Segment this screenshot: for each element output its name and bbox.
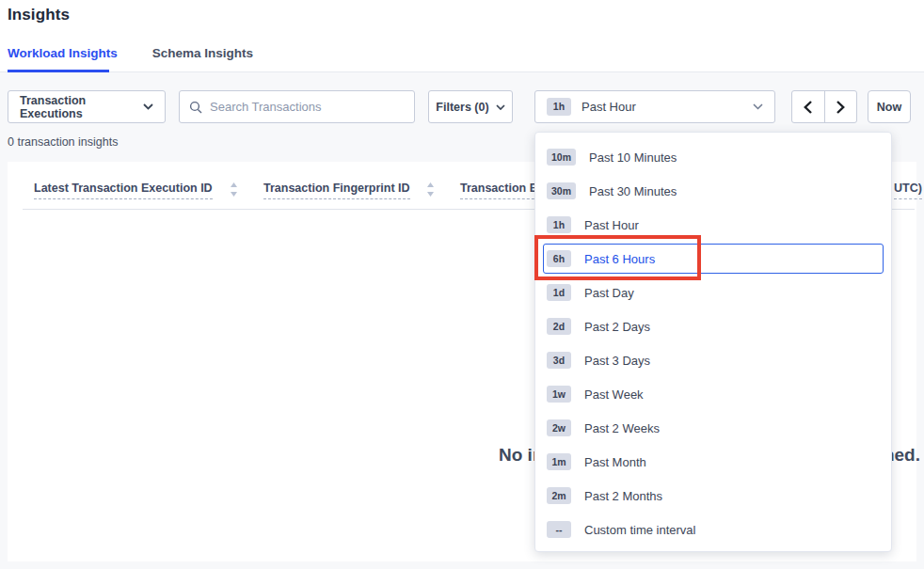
next-interval-button[interactable] bbox=[824, 91, 856, 122]
interval-badge: 30m bbox=[547, 182, 576, 200]
tab-schema-insights[interactable]: Schema Insights bbox=[152, 46, 253, 60]
interval-label: Past Month bbox=[584, 455, 646, 469]
column-header-latest-transaction-execution-id[interactable]: Latest Transaction Execution ID bbox=[34, 182, 213, 199]
interval-badge: 10m bbox=[547, 149, 576, 166]
insights-page: Insights Workload Insights Schema Insigh… bbox=[0, 0, 924, 569]
search-icon bbox=[189, 101, 202, 114]
interval-badge: 2d bbox=[547, 318, 571, 336]
time-interval-label: Past Hour bbox=[581, 100, 636, 114]
time-interval-option[interactable]: 10m Past 10 Minutes bbox=[543, 140, 884, 174]
interval-label: Past Hour bbox=[584, 218, 639, 232]
time-interval-option[interactable]: 1m Past Month bbox=[543, 445, 884, 479]
interval-label: Past 6 Hours bbox=[584, 252, 655, 266]
interval-label: Past 30 Minutes bbox=[589, 184, 677, 198]
interval-label: Past 2 Months bbox=[584, 489, 662, 503]
page-title: Insights bbox=[8, 6, 70, 24]
time-step-group bbox=[791, 90, 857, 123]
time-interval-option[interactable]: 2m Past 2 Months bbox=[543, 479, 884, 513]
interval-badge: 1m bbox=[547, 453, 571, 471]
time-interval-dropdown: 10m Past 10 Minutes 30m Past 30 Minutes … bbox=[534, 132, 892, 552]
previous-interval-button[interactable] bbox=[792, 91, 824, 122]
interval-label: Past 2 Weeks bbox=[584, 421, 660, 435]
time-interval-option[interactable]: 30m Past 30 Minutes bbox=[543, 174, 884, 208]
workload-type-label: Transaction Executions bbox=[20, 94, 135, 120]
filters-label: Filters (0) bbox=[436, 101, 488, 114]
chevron-left-icon bbox=[804, 101, 812, 114]
time-interval-option[interactable]: 2w Past 2 Weeks bbox=[543, 411, 884, 445]
sort-icon[interactable] bbox=[426, 182, 435, 197]
interval-badge: 1h bbox=[547, 216, 571, 234]
interval-badge: 3d bbox=[547, 352, 571, 370]
time-interval-option[interactable]: 6h Past 6 Hours bbox=[543, 244, 884, 274]
chevron-down-icon bbox=[496, 104, 505, 110]
filters-button[interactable]: Filters (0) bbox=[428, 90, 513, 123]
time-interval-badge: 1h bbox=[547, 98, 571, 116]
interval-label: Past Day bbox=[584, 286, 634, 300]
sort-icon[interactable] bbox=[230, 182, 238, 197]
interval-badge: 6h bbox=[547, 250, 571, 268]
search-box[interactable] bbox=[179, 90, 415, 123]
interval-badge: 1w bbox=[547, 386, 571, 403]
interval-label: Past 2 Days bbox=[584, 320, 650, 334]
chevron-right-icon bbox=[836, 101, 845, 114]
chevron-down-icon bbox=[753, 103, 763, 110]
now-button[interactable]: Now bbox=[868, 90, 911, 123]
workload-type-select[interactable]: Transaction Executions bbox=[8, 90, 166, 123]
time-interval-option[interactable]: 1w Past Week bbox=[543, 377, 884, 411]
interval-badge: 1d bbox=[547, 284, 571, 302]
active-tab-underline bbox=[8, 70, 109, 72]
time-interval-option[interactable]: 1h Past Hour bbox=[543, 208, 884, 242]
interval-label: Past 10 Minutes bbox=[589, 150, 677, 165]
interval-label: Custom time interval bbox=[584, 523, 695, 537]
time-interval-select[interactable]: 1h Past Hour bbox=[534, 90, 775, 123]
time-interval-option[interactable]: 3d Past 3 Days bbox=[543, 343, 884, 377]
chevron-down-icon bbox=[143, 103, 153, 110]
tab-bar: Workload Insights Schema Insights bbox=[8, 46, 253, 60]
column-header-transaction-execution[interactable]: Transaction Ex bbox=[460, 182, 544, 199]
column-header-utc-fragment[interactable]: UTC) bbox=[894, 182, 922, 199]
time-interval-option[interactable]: -- Custom time interval bbox=[543, 513, 884, 546]
page-header: Insights Workload Insights Schema Insigh… bbox=[0, 0, 924, 72]
interval-label: Past 3 Days bbox=[584, 354, 650, 368]
tab-workload-insights[interactable]: Workload Insights bbox=[8, 46, 118, 60]
interval-badge: 2m bbox=[547, 487, 571, 505]
interval-badge: 2w bbox=[547, 419, 571, 437]
interval-label: Past Week bbox=[584, 387, 644, 402]
time-interval-option[interactable]: 1d Past Day bbox=[543, 276, 884, 309]
time-interval-option[interactable]: 2d Past 2 Days bbox=[543, 309, 884, 343]
insights-count: 0 transaction insights bbox=[8, 135, 118, 149]
search-input[interactable] bbox=[210, 100, 405, 114]
column-header-transaction-fingerprint-id[interactable]: Transaction Fingerprint ID bbox=[263, 182, 410, 199]
interval-badge: -- bbox=[547, 521, 571, 539]
